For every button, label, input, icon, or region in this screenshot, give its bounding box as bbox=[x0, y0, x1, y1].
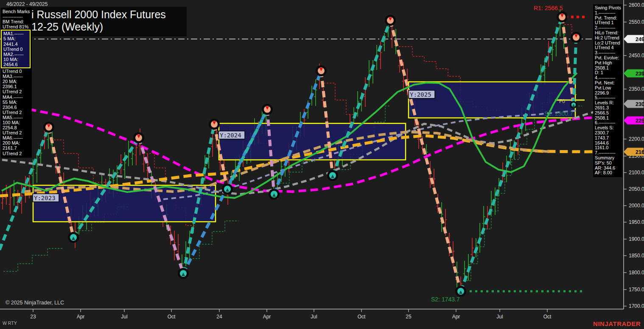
benchmark-line: MA6.------ bbox=[3, 135, 31, 140]
annotation-label: S2: 1743.7 bbox=[431, 296, 460, 303]
zigzag-layer bbox=[0, 17, 576, 291]
benchmark-line: MA4.------ bbox=[3, 95, 31, 100]
benchmark-line: UTrend 0 bbox=[3, 47, 29, 52]
benchmark-line: 5 MA: bbox=[3, 36, 29, 41]
price-tag-value: 2254.8 bbox=[636, 118, 644, 124]
benchmark-line: 2254.8 bbox=[3, 125, 31, 130]
benchmark-line: 2441.4 bbox=[3, 42, 29, 47]
price-axis-label: 1700.0 bbox=[629, 303, 644, 309]
time-axis-label: Jul bbox=[311, 314, 317, 320]
time-axis-label: Apr bbox=[263, 314, 271, 320]
price-axis-label: 1900.0 bbox=[629, 236, 644, 242]
benchmark-line: ------------- bbox=[3, 14, 31, 19]
swing-pivot-line: Pvt. Next: bbox=[595, 81, 621, 86]
zigzag-segment bbox=[461, 17, 562, 291]
swing-pivot-line: 1743.7 bbox=[595, 136, 621, 141]
benchmark-line: UTrend 0 bbox=[3, 69, 31, 74]
benchmark-line: 2396.1 bbox=[3, 84, 31, 89]
benchmark-line: Bench Marks bbox=[3, 9, 31, 14]
price-axis-label: 2350.0 bbox=[629, 86, 644, 92]
chart-title-line1: i Russell 2000 Index Futures bbox=[31, 8, 182, 21]
hilo-step-down bbox=[324, 83, 357, 114]
price-axis-label: 2550.0 bbox=[629, 19, 644, 25]
year-label: Y:2025 bbox=[410, 91, 431, 98]
benchmarks-header-lines: Bench Marks-------------BM Trend:UTrend … bbox=[3, 9, 31, 29]
hilo-step-up bbox=[3, 248, 64, 271]
swing-pivot-line: 2300.7 bbox=[595, 131, 621, 136]
price-axis-label: 2600.0 bbox=[629, 2, 644, 8]
benchmark-line: BM Trend: bbox=[3, 19, 31, 24]
benchmark-line: UTrend 2 bbox=[3, 130, 31, 135]
price-axis-label: 1950.0 bbox=[629, 219, 644, 225]
benchmark-line: UTrend 2 bbox=[3, 110, 31, 115]
time-axis-label: 24 bbox=[216, 314, 222, 320]
annotation-label: R1: 2566.5 bbox=[534, 5, 563, 11]
benchmark-line: UTrend 2 bbox=[3, 151, 31, 156]
benchmark-line: UTrend 2 bbox=[3, 89, 31, 94]
time-axis-label: Jul bbox=[121, 314, 127, 320]
time-axis-label: 23 bbox=[30, 314, 36, 320]
year-label: Y:2024 bbox=[220, 132, 241, 139]
price-tag-value: 2304.6 bbox=[636, 101, 644, 107]
swing-pivot-line: Pvt. Evolve: bbox=[595, 56, 621, 61]
time-axis-label: Apr bbox=[452, 314, 460, 320]
benchmark-line: 100 MA: bbox=[3, 120, 31, 125]
price-axis-label: 1800.0 bbox=[629, 270, 644, 276]
price-tag-value: 2161.7 bbox=[636, 149, 644, 155]
copyright-notice: © 2025 NinjaTrader, LLC bbox=[6, 300, 64, 306]
time-axis-label: 25 bbox=[406, 314, 412, 320]
ninjatrader-logo: NINJATRADER bbox=[593, 320, 641, 327]
benchmark-line: MA2.------ bbox=[3, 52, 29, 57]
time-axis-label: Oct bbox=[543, 314, 552, 320]
chart-title-line2: 12-25 (Weekly) bbox=[31, 21, 182, 33]
swing-pivot-line: SP's: 50 bbox=[595, 161, 621, 166]
benchmark-line: MA5.------ bbox=[3, 115, 31, 120]
visible-range-label: 46/2022 - 49/2025 bbox=[6, 1, 48, 7]
swing-pivot-line: 2691.3 bbox=[595, 106, 621, 111]
swing-pivots-panel: Swing Pivots1.-----------Pvt. Trend:UTre… bbox=[593, 4, 622, 177]
chart-window: Y:2023Y:2024Y:2025R1: 2566.5S2: 1743.7S1… bbox=[0, 0, 644, 329]
price-axis-label: 2000.0 bbox=[629, 203, 644, 209]
year-label: Y:2023 bbox=[34, 195, 56, 201]
swing-pivot-line: HiLo Trend: bbox=[595, 31, 621, 36]
annotation-label: F0 bbox=[559, 98, 565, 104]
price-chart[interactable]: Y:2023Y:2024Y:2025R1: 2566.5S2: 1743.7S1… bbox=[0, 0, 644, 329]
chart-title: i Russell 2000 Index Futures 12-25 (Week… bbox=[9, 7, 187, 36]
price-axis-label: 2450.0 bbox=[629, 53, 644, 59]
price-axis-label: 2050.0 bbox=[629, 186, 644, 192]
benchmark-line: 2161.7 bbox=[3, 145, 31, 151]
time-axis-label: Apr bbox=[77, 314, 85, 320]
price-axis-label: 2100.0 bbox=[629, 170, 644, 176]
time-axis-label: Jul bbox=[496, 314, 503, 320]
swing-pivot-line: Pvt High bbox=[595, 61, 621, 66]
benchmark-line: 20 MA: bbox=[3, 79, 31, 84]
price-tag-value: 2499.0 bbox=[636, 36, 644, 42]
annotation-label: S1: 2300.7 bbox=[544, 110, 573, 117]
benchmarks-ma-lines: UTrend 0MA3.------20 MA:2396.1UTrend 2MA… bbox=[3, 69, 31, 156]
time-axis-label: Oct bbox=[358, 314, 366, 320]
benchmarks-highlight-box: MA1.------5 MA:2441.4UTrend 0MA2.------1… bbox=[1, 30, 31, 68]
price-axis-label: 2200.0 bbox=[629, 136, 644, 142]
instrument-label: W RTY bbox=[3, 321, 17, 326]
swing-pivot-line: Pvt Low bbox=[595, 86, 621, 91]
benchmark-line: 2304.6 bbox=[3, 105, 31, 110]
benchmark-line: 10 MA: bbox=[3, 57, 29, 62]
swing-pivot-line: AF: 8.00 bbox=[595, 170, 621, 176]
price-axis-label: 1750.0 bbox=[629, 287, 644, 293]
benchmarks-indicator-panel: Bench Marks-------------BM Trend:UTrend … bbox=[1, 8, 32, 158]
swing-pivot-line: 1.----------- bbox=[595, 11, 621, 16]
time-axis-label: Oct bbox=[168, 314, 176, 320]
benchmark-line: MA1.------ bbox=[3, 31, 29, 36]
price-axis-label: 1850.0 bbox=[629, 253, 644, 259]
swing-pivot-line: Hi:2 UTrend bbox=[595, 36, 621, 41]
benchmark-line: UTrend 81% bbox=[3, 24, 31, 29]
swing-pivot-line: Summary bbox=[595, 156, 621, 161]
benchmark-line: MA3.------ bbox=[3, 74, 31, 79]
price-tag-value: 2396.1 bbox=[636, 71, 644, 77]
benchmark-line: 2454.6 bbox=[3, 62, 29, 67]
benchmark-line: 55 MA: bbox=[3, 100, 31, 105]
benchmark-line: 200 MA: bbox=[3, 140, 31, 145]
swing-pivot-line: 2566.5 bbox=[595, 111, 621, 116]
